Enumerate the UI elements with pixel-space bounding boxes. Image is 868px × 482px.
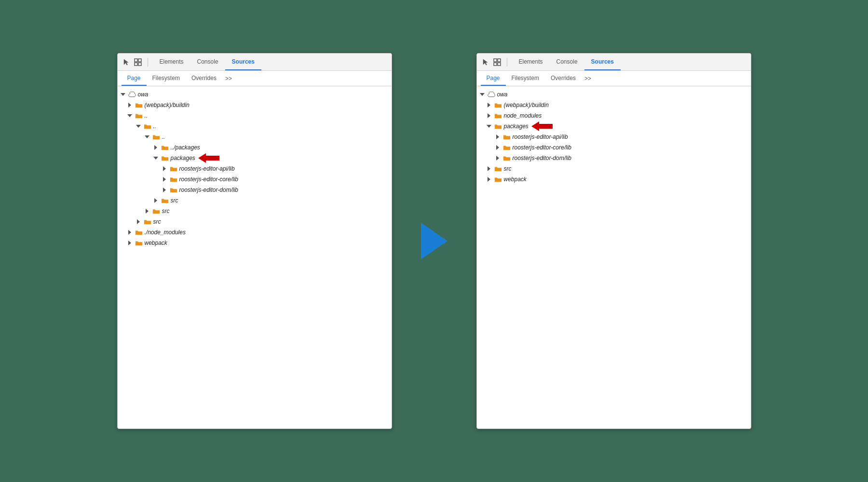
svg-rect-4 (494, 59, 497, 62)
svg-rect-1 (138, 59, 141, 62)
tree-item-node-modules-left[interactable]: ./node_modules (118, 227, 392, 238)
tree-item-src-inner-left[interactable]: src (118, 195, 392, 206)
folder-icon-src-inner-left (161, 197, 169, 204)
subtab-filesystem-right[interactable]: Filesystem (506, 71, 545, 86)
tab-console-left[interactable]: Console (190, 54, 225, 70)
tree-item-src-right[interactable]: src (477, 163, 751, 174)
tree-item-dotdot-packages-left[interactable]: ../packages (118, 142, 392, 153)
svg-rect-5 (498, 59, 501, 62)
main-container: Elements Console Sources Page Filesystem… (117, 53, 751, 429)
cursor-icon-right[interactable] (481, 57, 490, 67)
inspect-icon-right[interactable] (492, 57, 502, 67)
tree-item-dotdot3-left[interactable]: .. (118, 132, 392, 142)
cursor-icon[interactable] (122, 57, 131, 67)
tree-item-webpack-buildin-left[interactable]: (webpack)/buildin (118, 100, 392, 110)
label-webpack-buildin-left: (webpack)/buildin (145, 102, 190, 108)
label-webpack-buildin-right: (webpack)/buildin (504, 102, 549, 108)
folder-icon-src-outer-left (144, 218, 151, 226)
label-src-right: src (504, 165, 512, 172)
folder-icon-rooster-api-right (503, 133, 511, 141)
tree-item-rooster-dom-right[interactable]: roosterjs-editor-dom/lib (477, 153, 751, 163)
tree-item-dotdot2-left[interactable]: .. (118, 121, 392, 132)
tree-item-rooster-core-right[interactable]: roosterjs-editor-core/lib (477, 142, 751, 153)
folder-icon-rooster-core-right (503, 144, 511, 151)
label-rooster-api-left: roosterjs-editor-api/lib (179, 165, 235, 172)
tree-item-packages-left[interactable]: packages (118, 153, 392, 163)
tree-item-webpack-right[interactable]: webpack (477, 174, 751, 185)
label-rooster-core-left: roosterjs-editor-core/lib (179, 176, 239, 183)
folder-icon-webpack-left (135, 101, 143, 109)
tree-item-webpack-buildin-right[interactable]: (webpack)/buildin (477, 100, 751, 110)
tree-item-rooster-core-left[interactable]: roosterjs-editor-core/lib (118, 174, 392, 185)
folder-icon-node-modules-left (135, 228, 143, 236)
toolbar-tabs-left: Elements Console Sources (153, 54, 388, 70)
svg-rect-0 (135, 59, 137, 62)
cloud-icon-left (128, 92, 136, 97)
tree-item-dotdot1-left[interactable]: .. (118, 110, 392, 121)
folder-icon-packages-right (494, 122, 502, 130)
tree-item-src-mid-left[interactable]: src (118, 206, 392, 216)
folder-icon-rooster-dom-right (503, 154, 511, 162)
devtools-panel-right: Elements Console Sources Page Filesystem… (476, 53, 751, 429)
label-dotdot2-left: .. (153, 123, 157, 130)
folder-icon-dotdot3-left (152, 133, 160, 141)
folder-icon-dotdot1-left (135, 112, 143, 120)
svg-rect-7 (498, 63, 501, 66)
triangle-dotdot3-left (144, 134, 150, 140)
subtab-page-right[interactable]: Page (481, 71, 506, 86)
subtab-more-right[interactable]: >> (582, 75, 594, 82)
folder-icon-src-mid-left (152, 207, 160, 215)
inspect-icon[interactable] (133, 57, 143, 67)
subtab-page-left[interactable]: Page (122, 71, 147, 86)
label-src-mid-left: src (162, 208, 170, 214)
toolbar-divider-right (507, 58, 507, 67)
subtab-overrides-left[interactable]: Overrides (186, 71, 222, 86)
tree-item-rooster-api-left[interactable]: roosterjs-editor-api/lib (118, 163, 392, 174)
tab-console-right[interactable]: Console (550, 54, 584, 70)
svg-rect-6 (494, 63, 497, 66)
tree-item-rooster-api-right[interactable]: roosterjs-editor-api/lib (477, 132, 751, 142)
subtabs-left: Page Filesystem Overrides >> (118, 71, 392, 86)
folder-icon-packages-left (161, 154, 169, 162)
triangle-rooster-dom-left (161, 187, 168, 193)
toolbar-left: Elements Console Sources (118, 54, 392, 71)
subtab-overrides-right[interactable]: Overrides (545, 71, 582, 86)
label-rooster-core-right: roosterjs-editor-core/lib (513, 144, 572, 151)
label-dotdot1-left: .. (145, 112, 148, 119)
label-src-outer-left: src (153, 218, 161, 225)
tab-sources-right[interactable]: Sources (584, 54, 621, 70)
folder-icon-webpack-right (494, 175, 502, 183)
label-webpack-right: webpack (504, 176, 527, 183)
triangle-dotdot2-left (135, 123, 142, 130)
svg-rect-2 (135, 63, 137, 66)
tree-item-webpack-left[interactable]: webpack (118, 238, 392, 248)
triangle-webpack-left (126, 102, 133, 108)
subtab-more-left[interactable]: >> (222, 75, 235, 82)
svg-rect-3 (138, 63, 141, 66)
triangle-rooster-dom-right (494, 155, 501, 161)
triangle-src-outer-left (135, 218, 142, 225)
tab-sources-left[interactable]: Sources (225, 54, 261, 70)
tree-item-packages-right[interactable]: packages (477, 121, 751, 132)
tree-item-src-outer-left[interactable]: src (118, 216, 392, 227)
label-rooster-dom-right: roosterjs-editor-dom/lib (513, 155, 572, 161)
label-owa-right: owa (497, 91, 508, 98)
triangle-webpack-right (486, 176, 492, 183)
triangle-webpack-root-left (126, 240, 133, 246)
tree-item-node-modules-right[interactable]: node_modules (477, 110, 751, 121)
triangle-node-modules-right (486, 112, 492, 119)
subtabs-right: Page Filesystem Overrides >> (477, 71, 751, 86)
folder-icon-dotdot2-left (144, 122, 151, 130)
tree-item-owa-left[interactable]: owa (118, 89, 392, 100)
triangle-owa-left (120, 91, 126, 98)
label-dotdot3-left: .. (162, 134, 165, 140)
tree-item-rooster-dom-left[interactable]: roosterjs-editor-dom/lib (118, 185, 392, 195)
triangle-dotdot1-left (126, 112, 133, 119)
folder-icon-webpack-root-left (135, 239, 143, 247)
subtab-filesystem-left[interactable]: Filesystem (147, 71, 186, 86)
tab-elements-left[interactable]: Elements (153, 54, 190, 70)
tab-elements-right[interactable]: Elements (512, 54, 550, 70)
folder-icon-rooster-dom-left (170, 186, 177, 194)
tree-item-owa-right[interactable]: owa (477, 89, 751, 100)
triangle-dotdot-packages-left (152, 144, 159, 151)
